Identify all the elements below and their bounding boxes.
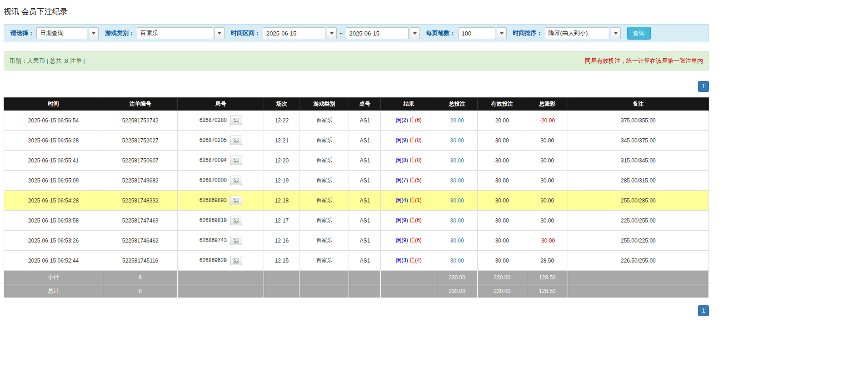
payout-cell: -20.00 — [527, 111, 568, 131]
page-number-button[interactable]: 1 — [698, 305, 709, 316]
page-size-combo — [458, 27, 507, 39]
summary-payout-cell: 128.50 — [527, 284, 568, 298]
chevron-down-icon — [92, 32, 95, 35]
summary-total-bet-cell: 230.00 — [437, 284, 477, 298]
result-banker: 庄(4) — [409, 257, 422, 263]
round-id: 626869743 — [200, 237, 227, 243]
round-replay-icon[interactable] — [230, 156, 242, 165]
round-replay-icon[interactable] — [230, 116, 242, 125]
column-header: 有效投注 — [477, 98, 527, 111]
column-header: 备注 — [568, 98, 708, 111]
summary-valid-bet-cell: 230.00 — [477, 284, 527, 298]
date-from-dropdown-button[interactable] — [327, 27, 337, 39]
page: 视讯 会员下注纪录 请选择： 游戏类别： 时间区间： ~ 每页笔数： 时间排序： — [4, 0, 709, 321]
note-warning-text: 同局有效投注，统一计算在该局第一张注单内 — [585, 57, 703, 65]
summary-empty-cell — [178, 271, 264, 284]
summary-empty-cell — [381, 271, 437, 284]
result-player: 闲(8) — [396, 157, 408, 163]
page-title: 视讯 会员下注纪录 — [4, 6, 709, 17]
column-header: 总派彩 — [527, 98, 568, 111]
summary-empty-cell — [568, 271, 708, 284]
session-cell: 12-21 — [264, 131, 299, 151]
game-type-cell: 百家乐 — [299, 191, 349, 211]
date-from-input[interactable] — [263, 27, 325, 39]
query-type-dropdown-button[interactable] — [89, 27, 99, 39]
result-cell: 闲(2) 庄(6) — [381, 111, 437, 131]
session-cell: 12-15 — [264, 251, 299, 271]
total-bet-link[interactable]: 30.00 — [450, 177, 464, 184]
result-cell: 闲(9) 庄(6) — [381, 231, 437, 251]
page-size-label: 每页笔数： — [426, 29, 456, 37]
payout-value: 28.50 — [540, 258, 554, 264]
summary-empty-cell — [178, 284, 264, 298]
table-footer: 小计8230.00230.00128.50总计8230.00230.00128.… — [4, 271, 709, 298]
total-bet-link[interactable]: 30.00 — [450, 217, 464, 224]
game-type-input[interactable] — [137, 27, 213, 39]
table-row: 2025-06-15 06:53:26522581746462626869743… — [4, 231, 709, 251]
session-cell: 12-16 — [264, 231, 299, 251]
table-row: 2025-06-15 06:54:28522581748332626869893… — [4, 191, 709, 211]
summary-label-cell: 总计 — [4, 284, 103, 298]
page-size-input[interactable] — [458, 27, 495, 39]
date-to-input[interactable] — [346, 27, 409, 39]
total-bet-link[interactable]: 30.00 — [450, 197, 464, 204]
table-row: 2025-06-15 06:52:44522581745116626869629… — [4, 251, 709, 271]
query-type-combo — [36, 27, 99, 39]
bet-records-table: 时间注单编号局号场次游戏类别桌号结果总投注有效投注总派彩备注 2025-06-1… — [4, 97, 709, 298]
date-range-separator: ~ — [339, 30, 343, 37]
pagination-top: 1 — [4, 81, 709, 92]
payout-cell: 30.00 — [527, 151, 568, 171]
total-bet-cell: 30.00 — [437, 231, 477, 251]
bet-id-cell: 522581752742 — [103, 111, 178, 131]
time-cell: 2025-06-15 06:54:28 — [4, 191, 103, 211]
bet-id-cell: 522581750607 — [103, 151, 178, 171]
round-id: 626869893 — [200, 197, 227, 203]
sort-order-dropdown-button[interactable] — [611, 27, 621, 39]
round-replay-icon[interactable] — [230, 176, 242, 185]
sort-order-input[interactable] — [545, 27, 609, 39]
summary-empty-cell — [568, 284, 708, 298]
total-bet-cell: 20.00 — [437, 111, 477, 131]
result-player: 闲(7) — [396, 177, 408, 183]
result-cell: 闲(8) 庄(0) — [381, 151, 437, 171]
total-bet-link[interactable]: 30.00 — [450, 157, 464, 164]
round-cell: 626870094 — [178, 151, 264, 171]
page-size-dropdown-button[interactable] — [497, 27, 507, 39]
game-type-dropdown-button[interactable] — [215, 27, 224, 39]
payout-cell: 28.50 — [527, 251, 568, 271]
round-replay-icon[interactable] — [230, 256, 242, 265]
result-cell: 闲(7) 庄(5) — [381, 171, 437, 191]
total-bet-link[interactable]: 30.00 — [450, 137, 464, 144]
table-number-cell: AS1 — [349, 151, 381, 171]
note-cell: 345.00/375.00 — [568, 131, 708, 151]
time-cell: 2025-06-15 06:56:28 — [4, 131, 103, 151]
date-to-dropdown-button[interactable] — [410, 27, 420, 39]
round-id: 626870280 — [200, 117, 227, 123]
page-number-button[interactable]: 1 — [698, 81, 709, 92]
result-player: 闲(4) — [396, 197, 408, 203]
round-replay-icon[interactable] — [230, 196, 242, 205]
payout-cell: -30.00 — [527, 231, 568, 251]
column-header: 游戏类别 — [299, 98, 349, 111]
round-replay-icon[interactable] — [230, 216, 242, 225]
bet-id-cell: 522581746462 — [103, 231, 178, 251]
game-type-cell: 百家乐 — [299, 131, 349, 151]
session-cell: 12-22 — [264, 111, 299, 131]
summary-count-cell: 8 — [103, 284, 178, 298]
column-header: 桌号 — [349, 98, 381, 111]
search-button[interactable]: 查询 — [627, 27, 651, 40]
total-bet-link[interactable]: 20.00 — [450, 117, 464, 124]
round-id: 626869819 — [200, 217, 227, 223]
column-header: 时间 — [4, 98, 103, 111]
pagination-bottom: 1 — [4, 305, 709, 321]
time-cell: 2025-06-15 06:56:54 — [4, 111, 103, 131]
round-replay-icon[interactable] — [230, 136, 242, 145]
total-bet-link[interactable]: 30.00 — [450, 237, 464, 244]
query-type-input[interactable] — [36, 27, 87, 39]
game-type-cell: 百家乐 — [299, 111, 349, 131]
total-bet-link[interactable]: 30.00 — [450, 258, 464, 264]
round-cell: 626870205 — [178, 131, 264, 151]
session-cell: 12-18 — [264, 191, 299, 211]
round-replay-icon[interactable] — [230, 236, 242, 245]
result-banker: 庄(5) — [409, 177, 422, 183]
